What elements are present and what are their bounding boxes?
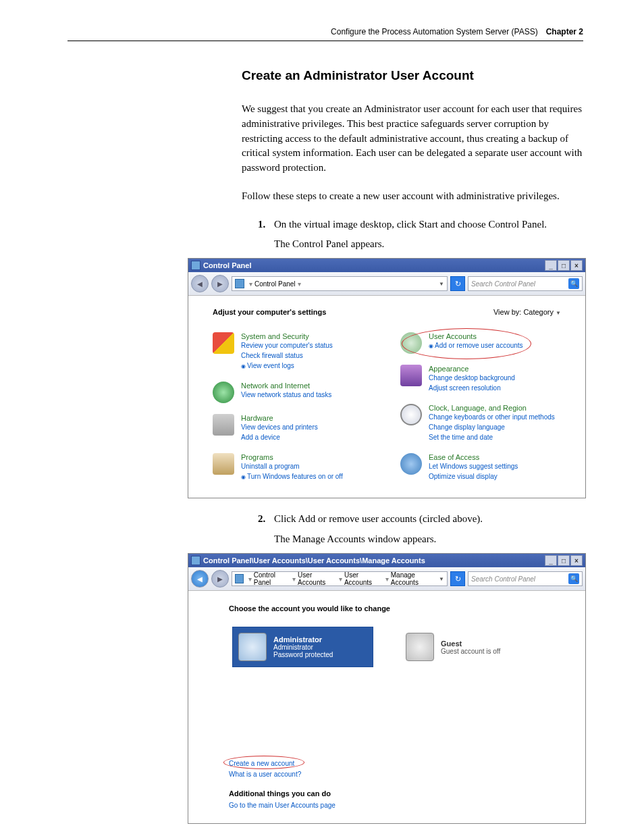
cp-category-title[interactable]: Ease of Access	[429, 453, 518, 461]
cp-category: System and SecurityReview your computer'…	[213, 332, 373, 371]
back-button[interactable]: ◄	[191, 275, 209, 292]
ma-breadcrumb-icon	[235, 574, 244, 583]
ma-heading: Choose the account you would like to cha…	[229, 604, 545, 613]
step-1-number: 1.	[258, 217, 274, 232]
cp-category-icon	[213, 414, 234, 436]
cp-category-icon	[213, 382, 234, 403]
ma-breadcrumb[interactable]: ▾Control Panel▾User Accounts▾User Accoun…	[232, 571, 448, 586]
address-bar: ◄ ► ▾ Control Panel ▾ ▼ ↻ Search Control…	[188, 272, 585, 296]
forward-button[interactable]: ►	[211, 275, 229, 292]
cp-category-title[interactable]: Clock, Language, and Region	[429, 404, 555, 412]
breadcrumb-dropdown[interactable]: ▼	[439, 281, 444, 287]
search-input[interactable]: Search Control Panel 🔍	[468, 276, 583, 291]
ma-breadcrumb-segment[interactable]: User Accounts	[298, 571, 337, 586]
cp-sublink[interactable]: View devices and printers	[241, 422, 318, 432]
cp-sublink[interactable]: Change desktop background	[429, 373, 515, 383]
main-accounts-link[interactable]: Go to the main User Accounts page	[229, 800, 545, 811]
cp-sublink[interactable]: Review your computer's status	[241, 340, 333, 350]
adjust-label: Adjust your computer's settings	[213, 308, 326, 316]
ma-minimize-button[interactable]: _	[545, 555, 557, 566]
cp-category-title[interactable]: Appearance	[429, 365, 515, 373]
ma-maximize-button[interactable]: □	[558, 555, 570, 566]
ma-search-input[interactable]: Search Control Panel 🔍	[468, 571, 583, 586]
ma-breadcrumb-dropdown[interactable]: ▼	[439, 576, 444, 582]
what-is-account-link[interactable]: What is a user account?	[229, 769, 545, 780]
cp-category: ProgramsUninstall a programTurn Windows …	[213, 453, 373, 481]
additional-heading: Additional things you can do	[229, 789, 545, 798]
header-chapter: Chapter 2	[546, 27, 583, 36]
cp-category-title[interactable]: Hardware	[241, 414, 318, 422]
cp-category-icon	[400, 404, 422, 425]
ma-titlebar[interactable]: Control Panel\User Accounts\User Account…	[188, 554, 585, 567]
ma-breadcrumb-segment[interactable]: Control Panel	[254, 571, 290, 586]
create-account-link[interactable]: Create a new account	[229, 758, 294, 769]
step-1-text: On the virtual image desktop, click Star…	[274, 217, 547, 232]
cp-sublink[interactable]: Adjust screen resolution	[429, 383, 515, 393]
cp-category-title[interactable]: Network and Internet	[241, 382, 331, 390]
step-1: 1. On the virtual image desktop, click S…	[258, 217, 583, 232]
cp-sublink[interactable]: View event logs	[241, 361, 333, 371]
cp-right-column: User AccountsAdd or remove user accounts…	[400, 332, 561, 481]
cp-category: HardwareView devices and printersAdd a d…	[213, 414, 373, 442]
cp-category: Clock, Language, and RegionChange keyboa…	[400, 404, 561, 442]
search-placeholder: Search Control Panel	[471, 280, 535, 288]
cp-category-title[interactable]: User Accounts	[429, 332, 523, 340]
maximize-button[interactable]: □	[558, 260, 570, 271]
ma-breadcrumb-segment[interactable]: Manage Accounts	[391, 571, 439, 586]
step-2-number: 2.	[258, 512, 274, 527]
page-header: Configure the Process Automation System …	[68, 27, 583, 41]
cp-sublink[interactable]: Uninstall a program	[241, 461, 343, 471]
section-title: Create an Administrator User Account	[242, 68, 583, 83]
cp-sublink[interactable]: Check firewall status	[241, 350, 333, 361]
cp-sublink[interactable]: Turn Windows features on or off	[241, 471, 343, 481]
control-panel-window: Control Panel _ □ × ◄ ► ▾ Control Panel …	[188, 258, 586, 498]
ma-close-button[interactable]: ×	[570, 555, 583, 566]
step-2-result: The Manage Accounts window appears.	[274, 533, 583, 545]
cp-sublink[interactable]: Add or remove user accounts	[429, 340, 523, 350]
ma-window-title: Control Panel\User Accounts\User Account…	[203, 556, 425, 565]
step-2: 2. Click Add or remove user accounts (ci…	[258, 512, 583, 527]
ma-back-button[interactable]: ◄	[191, 570, 209, 588]
paragraph-2: Follow these steps to create a new user …	[242, 189, 583, 204]
cp-category-title[interactable]: Programs	[241, 453, 343, 461]
cp-sublink[interactable]: Add a device	[241, 432, 318, 442]
cp-sublink[interactable]: Set the time and date	[429, 432, 555, 442]
guest-sub: Guest account is off	[441, 648, 500, 655]
minimize-button[interactable]: _	[545, 260, 557, 271]
manage-accounts-window: Control Panel\User Accounts\User Account…	[188, 553, 586, 824]
breadcrumb-text: Control Panel	[254, 280, 296, 288]
refresh-button[interactable]: ↻	[450, 276, 465, 291]
cp-sublink[interactable]: View network status and tasks	[241, 390, 331, 400]
guest-account-tile[interactable]: Guest Guest account is off	[400, 627, 541, 667]
admin-account-tile[interactable]: Administrator Administrator Password pro…	[232, 627, 373, 667]
step-2-text: Click Add or remove user accounts (circl…	[274, 512, 483, 527]
window-icon	[191, 261, 200, 270]
titlebar[interactable]: Control Panel _ □ ×	[188, 259, 585, 272]
cp-sublink[interactable]: Change keyboards or other input methods	[429, 412, 555, 422]
ma-window-icon	[191, 556, 200, 565]
breadcrumb[interactable]: ▾ Control Panel ▾ ▼	[232, 276, 448, 291]
viewby-dropdown-icon: ▼	[556, 310, 561, 316]
cp-category-icon	[213, 453, 234, 475]
cp-sublink[interactable]: Optimize visual display	[429, 471, 518, 481]
close-button[interactable]: ×	[570, 260, 583, 271]
ma-search-icon[interactable]: 🔍	[568, 573, 579, 584]
ma-refresh-button[interactable]: ↻	[450, 571, 465, 586]
ma-breadcrumb-segment[interactable]: User Accounts	[344, 571, 383, 586]
admin-pw: Password protected	[273, 651, 333, 658]
cp-sublink[interactable]: Let Windows suggest settings	[429, 461, 518, 471]
viewby[interactable]: View by: Category ▼	[493, 308, 561, 316]
search-icon[interactable]: 🔍	[568, 278, 579, 289]
cp-category-title[interactable]: System and Security	[241, 332, 333, 340]
admin-avatar	[238, 633, 267, 661]
cp-sublink[interactable]: Change display language	[429, 422, 555, 432]
cp-category: Ease of AccessLet Windows suggest settin…	[400, 453, 561, 481]
cp-category-icon	[400, 453, 422, 475]
paragraph-1: We suggest that you create an Administra…	[242, 102, 583, 176]
ma-forward-button[interactable]: ►	[211, 570, 229, 588]
ma-search-placeholder: Search Control Panel	[471, 575, 535, 583]
guest-name: Guest	[441, 640, 500, 648]
admin-name: Administrator	[273, 635, 333, 644]
cp-category: Network and InternetView network status …	[213, 382, 373, 403]
window-title: Control Panel	[203, 261, 252, 269]
